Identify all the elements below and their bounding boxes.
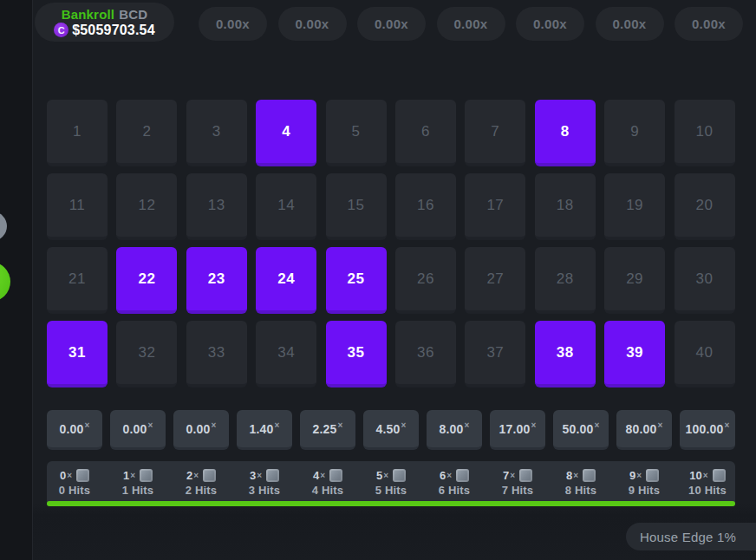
number-cell-7[interactable]: 7 [465, 100, 525, 166]
hit-x-suffix: × [446, 471, 452, 480]
hit-x-suffix: × [636, 471, 642, 480]
number-cell-33[interactable]: 33 [186, 321, 247, 387]
hit-col-0: 0×0 Hits [47, 461, 102, 501]
number-cell-1[interactable]: 1 [47, 100, 108, 166]
hit-x-suffix: × [383, 471, 388, 480]
number-cell-38[interactable]: 38 [535, 321, 596, 387]
payout-multiplier-3-hits: 1.40× [237, 410, 292, 450]
hit-x-suffix: × [257, 471, 262, 480]
currency-code: BCD [119, 7, 147, 22]
coin-icon: C [54, 23, 68, 37]
bankroll-header: BankrollBCD [62, 7, 148, 22]
number-cell-39[interactable]: 39 [604, 321, 665, 387]
number-cell-25[interactable]: 25 [326, 247, 387, 314]
hit-multiplier-line: 10× [689, 469, 725, 482]
number-cell-23[interactable]: 23 [186, 247, 247, 314]
multiplier-x-suffix: × [338, 420, 343, 430]
hit-multiplier-value: 2 [186, 469, 192, 482]
number-cell-36[interactable]: 36 [395, 321, 456, 387]
number-cell-5[interactable]: 5 [326, 100, 387, 166]
balance-value: $5059703.54 [72, 23, 155, 38]
multiplier-x-suffix: × [531, 420, 537, 430]
number-cell-14[interactable]: 14 [256, 173, 316, 240]
number-cell-17[interactable]: 17 [465, 173, 525, 240]
hit-count-label: 4 Hits [312, 484, 344, 497]
gem-icon [456, 469, 469, 482]
number-cell-26[interactable]: 26 [395, 247, 456, 314]
result-slot-5: 0.00x [516, 7, 584, 41]
hit-col-1: 1×1 Hits [110, 461, 166, 501]
payout-multiplier-9-hits: 80.00× [616, 410, 672, 450]
hit-col-2: 2×2 Hits [173, 461, 229, 501]
number-cell-18[interactable]: 18 [535, 173, 596, 240]
number-cell-12[interactable]: 12 [116, 173, 177, 240]
number-cell-31[interactable]: 31 [47, 321, 108, 387]
hit-multiplier-value: 4 [313, 469, 319, 482]
number-cell-11[interactable]: 11 [47, 173, 108, 240]
number-cell-24[interactable]: 24 [256, 247, 316, 314]
progress-bar [47, 501, 735, 506]
number-cell-2[interactable]: 2 [116, 100, 177, 166]
number-cell-9[interactable]: 9 [604, 100, 665, 166]
number-cell-27[interactable]: 27 [465, 247, 525, 314]
result-slot-4: 0.00x [437, 7, 505, 41]
number-cell-37[interactable]: 37 [465, 321, 525, 387]
hit-multiplier-line: 1× [123, 469, 153, 482]
number-cell-20[interactable]: 20 [675, 173, 735, 240]
hit-count-label: 6 Hits [439, 484, 471, 497]
number-cell-15[interactable]: 15 [326, 173, 387, 240]
hit-x-suffix: × [703, 471, 708, 480]
hit-col-7: 7×7 Hits [490, 461, 545, 501]
keno-game-screen: { "header": { "bankroll": { "label": "Ba… [0, 0, 756, 560]
side-widget-button-gray[interactable] [0, 212, 7, 241]
payout-multiplier-5-hits: 4.50× [363, 410, 419, 450]
hit-x-suffix: × [130, 471, 135, 480]
gem-icon [583, 469, 596, 482]
hit-multiplier-line: 5× [376, 469, 406, 482]
number-cell-30[interactable]: 30 [675, 247, 735, 314]
side-widget-button-green[interactable] [0, 262, 10, 302]
number-cell-34[interactable]: 34 [256, 321, 316, 387]
payout-multiplier-1-hits: 0.00× [110, 410, 166, 450]
hit-multiplier-line: 6× [440, 469, 469, 482]
hit-multiplier-value: 7 [503, 469, 509, 482]
hit-count-label: 7 Hits [502, 484, 534, 497]
number-cell-21[interactable]: 21 [47, 247, 108, 314]
hit-multiplier-line: 7× [503, 469, 532, 482]
number-cell-4[interactable]: 4 [256, 100, 316, 166]
multiplier-x-suffix: × [658, 420, 663, 430]
number-cell-16[interactable]: 16 [395, 173, 456, 240]
number-cell-8[interactable]: 8 [535, 100, 596, 166]
number-cell-22[interactable]: 22 [116, 247, 177, 314]
hits-grid: 0×0 Hits1×1 Hits2×2 Hits3×3 Hits4×4 Hits… [47, 461, 735, 501]
hit-multiplier-line: 4× [313, 469, 342, 482]
number-cell-28[interactable]: 28 [535, 247, 596, 314]
bankroll-display: BankrollBCD C $5059703.54 [35, 3, 174, 42]
number-cell-19[interactable]: 19 [604, 173, 665, 240]
hit-count-label: 3 Hits [249, 484, 281, 497]
hit-col-8: 8×8 Hits [553, 461, 609, 501]
payout-multiplier-10-hits: 100.00× [680, 410, 735, 450]
hit-col-10: 10×10 Hits [680, 461, 735, 501]
payout-multiplier-7-hits: 17.00× [490, 410, 545, 450]
number-cell-3[interactable]: 3 [186, 100, 247, 166]
number-cell-13[interactable]: 13 [186, 173, 247, 240]
hit-count-label: 0 Hits [59, 484, 91, 497]
result-slot-3: 0.00x [357, 7, 426, 41]
hit-count-label: 1 Hits [122, 484, 154, 497]
hit-multiplier-value: 3 [250, 469, 256, 482]
number-cell-40[interactable]: 40 [675, 321, 735, 387]
number-cell-6[interactable]: 6 [395, 100, 456, 166]
hit-x-suffix: × [573, 471, 578, 480]
multiplier-value: 0.00 [59, 422, 83, 436]
result-slot-7: 0.00x [675, 7, 743, 41]
hit-multiplier-value: 6 [440, 469, 446, 482]
number-cell-10[interactable]: 10 [675, 100, 735, 166]
number-cell-35[interactable]: 35 [326, 321, 387, 387]
gem-icon [140, 469, 153, 482]
number-cell-29[interactable]: 29 [604, 247, 665, 314]
hit-col-6: 6×6 Hits [427, 461, 482, 501]
hit-multiplier-line: 0× [60, 469, 89, 482]
number-cell-32[interactable]: 32 [116, 321, 177, 387]
hit-multiplier-line: 3× [250, 469, 279, 482]
